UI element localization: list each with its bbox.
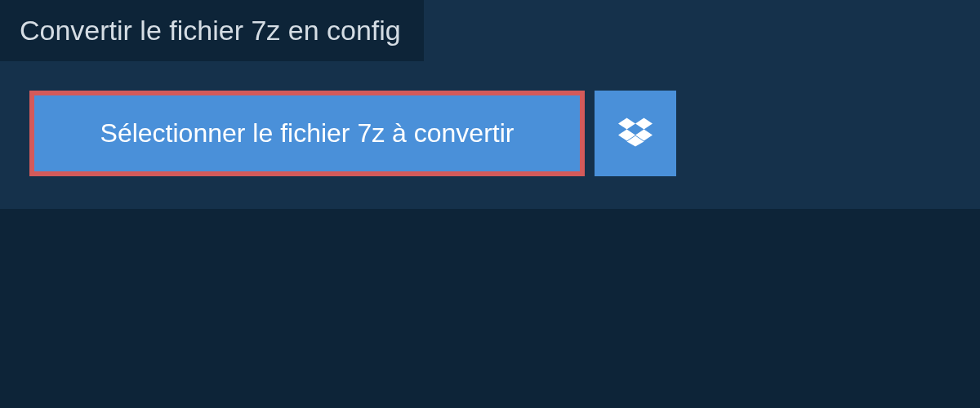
select-file-label: Sélectionner le fichier 7z à convertir (100, 118, 514, 149)
page-title: Convertir le fichier 7z en config (0, 0, 424, 61)
converter-panel: Convertir le fichier 7z en config Sélect… (0, 0, 980, 209)
dropbox-icon (618, 115, 653, 153)
button-row: Sélectionner le fichier 7z à convertir (0, 61, 980, 176)
dropbox-button[interactable] (595, 91, 676, 176)
select-file-button[interactable]: Sélectionner le fichier 7z à convertir (29, 91, 585, 176)
